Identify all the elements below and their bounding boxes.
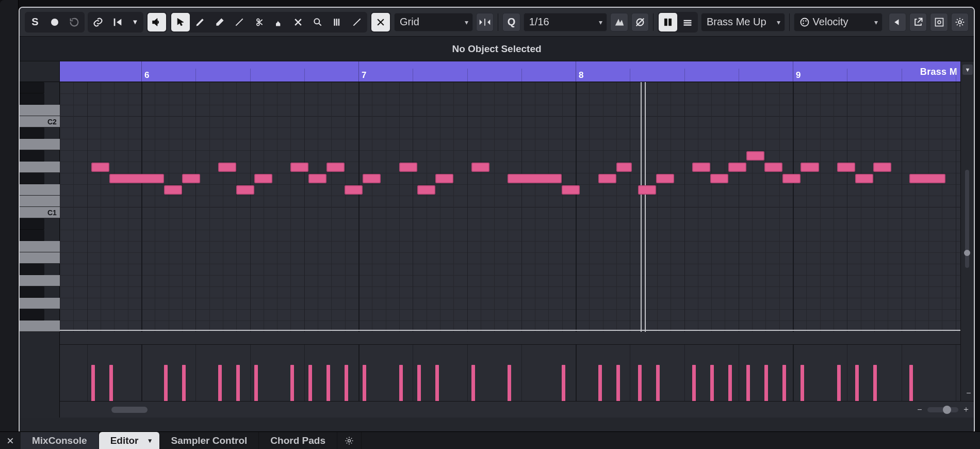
midi-note[interactable]	[782, 174, 801, 183]
clip-label-overflow: Brass M	[920, 61, 960, 82]
grid-divider[interactable]	[20, 330, 960, 331]
midi-note[interactable]	[855, 174, 873, 183]
open-in-window-button[interactable]	[909, 13, 927, 31]
midi-note[interactable]	[909, 174, 945, 183]
horizontal-scrollbar[interactable]	[55, 407, 908, 413]
midi-note[interactable]	[326, 163, 345, 172]
toolbar-settings-button[interactable]	[951, 13, 969, 31]
zoom-tool[interactable]	[308, 13, 327, 31]
edit-active-part-button[interactable]	[678, 13, 697, 31]
tab-editor[interactable]: Editor ▼	[99, 432, 160, 449]
svg-point-4	[805, 20, 807, 22]
active-part-select[interactable]: Brass Me Up	[701, 13, 785, 31]
quantize-settings-button[interactable]	[631, 13, 649, 31]
hzoom-out-button[interactable]: −	[912, 402, 927, 418]
timewarp-tool[interactable]	[328, 13, 347, 31]
line-tool[interactable]	[348, 13, 366, 31]
midi-note[interactable]	[801, 163, 819, 172]
step-input-button[interactable]	[889, 13, 906, 31]
midi-note[interactable]	[692, 163, 710, 172]
vzoom-handle[interactable]	[964, 250, 970, 256]
snap-type-select[interactable]: Grid	[394, 13, 473, 31]
object-selection-tool[interactable]	[171, 13, 190, 31]
midi-note[interactable]	[656, 174, 674, 183]
tab-mixconsole[interactable]: MixConsole	[21, 432, 99, 449]
midi-note[interactable]	[363, 174, 381, 183]
draw-tool[interactable]	[191, 13, 209, 31]
midi-note[interactable]	[471, 163, 489, 172]
feedback-group	[146, 12, 167, 33]
tab-label: Editor	[110, 435, 139, 446]
left-gutter	[0, 0, 19, 434]
nudge-icon	[479, 17, 491, 27]
retrospective-record-button[interactable]	[65, 13, 84, 31]
snap-icon	[375, 17, 386, 27]
tab-chord-pads[interactable]: Chord Pads	[259, 432, 337, 449]
midi-note[interactable]	[764, 163, 782, 172]
midi-note[interactable]	[182, 174, 200, 183]
event-color-label: Velocity	[813, 16, 858, 28]
layers-icon	[682, 17, 693, 27]
nudge-button[interactable]	[476, 13, 494, 31]
midi-note[interactable]	[399, 163, 417, 172]
midi-note[interactable]	[435, 174, 453, 183]
solo-editor-button[interactable]: S	[26, 13, 44, 31]
show-part-borders-button[interactable]	[659, 13, 677, 31]
midi-note[interactable]	[109, 174, 164, 183]
vzoom-out-button[interactable]: −	[961, 386, 975, 401]
midi-note[interactable]	[417, 185, 435, 195]
close-lower-zone-button[interactable]	[0, 432, 21, 449]
midi-note[interactable]	[562, 185, 580, 195]
acoustic-feedback-button[interactable]	[148, 13, 166, 31]
midi-note[interactable]	[598, 174, 616, 183]
midi-note[interactable]	[254, 174, 272, 183]
hzoom-in-button[interactable]: ＋	[958, 402, 974, 418]
midi-note[interactable]	[236, 185, 254, 195]
midi-note[interactable]	[164, 185, 182, 195]
tab-setup-button[interactable]	[337, 432, 362, 449]
midi-note[interactable]	[508, 174, 562, 183]
mute-tool[interactable]	[289, 13, 307, 31]
piano-keys[interactable]: C2C1	[20, 82, 60, 332]
step-input-icon	[892, 17, 903, 27]
midi-note[interactable]	[728, 163, 746, 172]
tab-sampler-control[interactable]: Sampler Control	[160, 432, 259, 449]
event-color-select[interactable]: Velocity	[794, 13, 883, 31]
chevron-down-icon: ▼	[132, 18, 139, 26]
link-button[interactable]	[89, 13, 107, 31]
midi-note[interactable]	[345, 185, 363, 195]
quantize-preset-select[interactable]: 1/16	[524, 13, 608, 31]
note-grid[interactable]	[60, 82, 960, 332]
midi-note[interactable]	[710, 174, 728, 183]
midi-note[interactable]	[616, 163, 632, 172]
glue-tool[interactable]	[269, 13, 288, 31]
midi-note[interactable]	[290, 163, 308, 172]
hscroll-thumb[interactable]	[111, 407, 148, 413]
ruler-menu-button[interactable]: ▼	[962, 65, 973, 75]
auto-scroll-button[interactable]	[108, 13, 127, 31]
midi-note[interactable]	[837, 163, 855, 172]
vertical-scrollbar[interactable]	[965, 170, 969, 268]
quantize-apply-button[interactable]: Q	[502, 13, 520, 31]
iterative-quantize-button[interactable]	[610, 13, 628, 31]
split-tool[interactable]	[250, 13, 268, 31]
hzoom-handle[interactable]	[943, 406, 951, 414]
solo-icon: S	[31, 16, 38, 28]
autoscroll-menu-button[interactable]: ▼	[128, 13, 142, 31]
record-in-editor-button[interactable]	[45, 13, 64, 31]
snap-group	[370, 12, 391, 33]
trim-icon	[234, 17, 244, 27]
setup-layout-button[interactable]	[930, 13, 948, 31]
midi-note[interactable]	[91, 163, 109, 172]
midi-note[interactable]	[746, 151, 764, 161]
trim-tool[interactable]	[230, 13, 249, 31]
snap-toggle[interactable]	[371, 13, 390, 31]
midi-note[interactable]	[638, 185, 656, 195]
hzoom-slider[interactable]	[927, 407, 958, 412]
midi-note[interactable]	[218, 163, 236, 172]
midi-note[interactable]	[873, 163, 891, 172]
erase-tool[interactable]	[210, 13, 229, 31]
ruler[interactable]: Brass M 6789	[60, 61, 960, 82]
svg-point-3	[803, 20, 804, 22]
midi-note[interactable]	[308, 174, 326, 183]
